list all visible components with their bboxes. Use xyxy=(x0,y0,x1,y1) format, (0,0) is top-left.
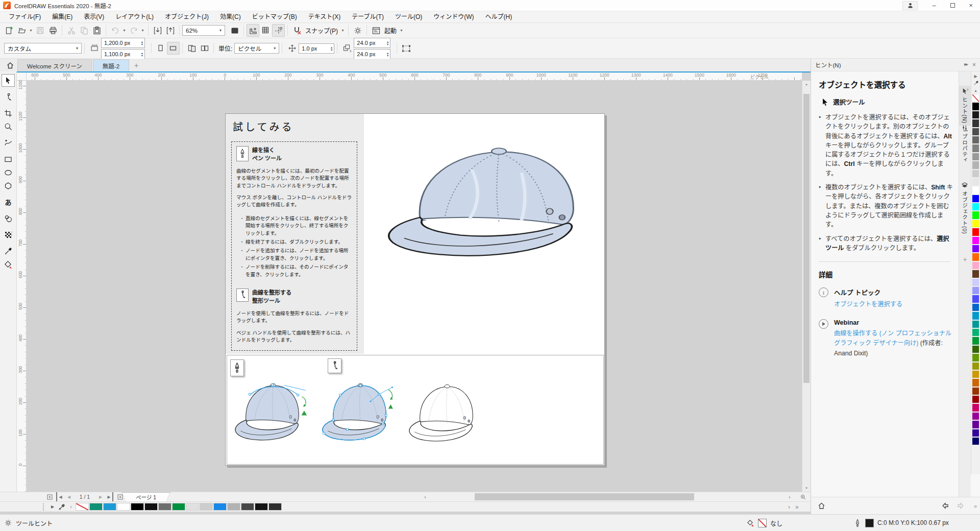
shape-tool[interactable] xyxy=(2,90,15,103)
document-palette-swatch[interactable] xyxy=(131,503,144,511)
palette-swatch[interactable] xyxy=(972,153,979,161)
palette-swatch[interactable] xyxy=(972,370,979,378)
previous-page-button[interactable]: ◀ xyxy=(65,492,72,501)
account-button[interactable] xyxy=(902,1,918,10)
menu-item-7[interactable]: テキスト(X) xyxy=(303,11,347,22)
palette-swatch[interactable] xyxy=(972,102,979,110)
freehand-tool[interactable] xyxy=(2,136,15,149)
crop-tool[interactable] xyxy=(2,107,15,119)
transparency-tool[interactable] xyxy=(2,228,15,241)
docker-close-icon[interactable]: × xyxy=(972,61,976,68)
launch-icon[interactable] xyxy=(370,24,382,37)
all-pages-settings-button[interactable] xyxy=(198,42,211,55)
nudge-field[interactable]: 1.0 px ▴▾ xyxy=(299,43,334,54)
palette-swatch[interactable] xyxy=(972,378,979,387)
fill-tool[interactable] xyxy=(2,258,15,271)
zoom-level-combo[interactable]: 62% ▾ xyxy=(182,25,225,36)
duplicate-x-field[interactable]: 24.0 px ▴▾ xyxy=(354,38,390,48)
print-button[interactable] xyxy=(46,24,59,37)
palette-swatch[interactable] xyxy=(972,253,979,261)
snap-off-button[interactable] xyxy=(290,24,303,37)
docker-tab-2[interactable]: オブジェクト(0) xyxy=(959,180,971,236)
redo-button[interactable] xyxy=(127,24,140,37)
scroll-right-icon[interactable]: › xyxy=(786,492,793,501)
tab-welcome-screen[interactable]: Welcome スクリーン xyxy=(17,59,92,71)
palette-swatch[interactable] xyxy=(972,186,979,194)
add-page-start-button[interactable] xyxy=(45,492,54,501)
menu-item-4[interactable]: オブジェクト(J) xyxy=(159,11,214,22)
menu-item-2[interactable]: 表示(V) xyxy=(78,11,110,22)
page-height-field[interactable]: 1,100.0 px ▴▾ xyxy=(101,49,145,59)
open-dropdown[interactable]: ▾ xyxy=(28,28,34,33)
docker-tab-1[interactable]: プロパティ xyxy=(959,123,971,165)
zoom-dropdown-icon[interactable]: ▾ xyxy=(216,28,225,33)
palette-swatch[interactable] xyxy=(972,387,979,395)
menu-item-1[interactable]: 編集(E) xyxy=(46,11,78,22)
palette-scroll-right-icon[interactable]: › xyxy=(788,503,790,511)
palette-swatch[interactable] xyxy=(972,161,979,169)
document-palette-swatch[interactable] xyxy=(241,503,254,511)
document-palette-swatch[interactable] xyxy=(213,503,227,511)
navigator-button[interactable] xyxy=(797,492,808,501)
menu-item-5[interactable]: 効果(C) xyxy=(214,11,247,22)
palette-swatch[interactable] xyxy=(972,295,979,303)
document-palette-swatch[interactable] xyxy=(76,503,89,511)
palette-swatch[interactable] xyxy=(972,119,979,127)
document-palette-swatch[interactable] xyxy=(200,503,213,511)
palette-swatch[interactable] xyxy=(972,362,979,370)
drawing-canvas[interactable]: 試してみる 線を描く ペン ツール 曲線のセグメントを描くには、最初のノードを配… xyxy=(27,81,802,492)
palette-swatch[interactable] xyxy=(972,203,979,211)
palette-drag-handle[interactable] xyxy=(43,503,45,511)
palette-swatch[interactable] xyxy=(972,128,979,136)
first-page-button[interactable]: ◀ xyxy=(56,492,63,501)
docker-collapse-icon[interactable]: ▸▸ xyxy=(964,61,967,68)
zoom-tool[interactable] xyxy=(2,120,15,133)
palette-swatch[interactable] xyxy=(972,437,979,445)
palette-swatch[interactable] xyxy=(972,429,979,437)
help-topic-link[interactable]: オブジェクトを選択する xyxy=(834,301,902,308)
drop-shadow-tool[interactable] xyxy=(2,212,15,225)
palette-eyedropper-icon[interactable] xyxy=(973,80,978,87)
palette-swatch[interactable] xyxy=(972,94,979,102)
scroll-up-icon[interactable]: ▴ xyxy=(802,81,811,88)
palette-swatch[interactable] xyxy=(972,353,979,361)
duplicate-y-field[interactable]: 24.0 px ▴▾ xyxy=(354,49,390,59)
page-preset-combo[interactable]: カスタム ▾ xyxy=(4,43,82,54)
document-palette-swatch[interactable] xyxy=(186,503,199,511)
palette-swatch[interactable] xyxy=(972,111,979,119)
launch-dropdown-icon[interactable]: ▾ xyxy=(399,28,404,33)
scroll-left-icon[interactable]: ‹ xyxy=(422,492,429,501)
cut-button[interactable] xyxy=(65,24,78,37)
redo-dropdown[interactable]: ▾ xyxy=(140,28,145,33)
fill-color-swatch[interactable] xyxy=(758,519,767,527)
preset-dropdown-icon[interactable]: ▾ xyxy=(73,46,81,51)
palette-swatch[interactable] xyxy=(972,420,979,428)
palette-swatch[interactable] xyxy=(972,170,979,178)
palette-swatch[interactable] xyxy=(972,278,979,286)
launch-menu-button[interactable]: 起動 xyxy=(382,26,399,35)
current-page-settings-button[interactable] xyxy=(185,42,198,55)
palette-scroll-left-icon[interactable]: ‹ xyxy=(66,504,76,510)
fullscreen-preview-button[interactable] xyxy=(228,24,241,37)
page-width-field[interactable]: 1,200.0 px ▴▾ xyxy=(101,38,145,48)
menu-item-3[interactable]: レイアウト(L) xyxy=(110,11,159,22)
document-palette-swatch[interactable] xyxy=(103,503,116,511)
last-page-button[interactable]: ▶ xyxy=(106,492,113,501)
palette-flyout-icon[interactable]: ▶ xyxy=(974,73,977,80)
undo-dropdown[interactable]: ▾ xyxy=(121,28,127,33)
document-palette-swatch[interactable] xyxy=(227,503,240,511)
palette-swatch[interactable] xyxy=(972,286,979,295)
document-palette-swatch[interactable] xyxy=(158,503,172,511)
eyedropper-tool[interactable] xyxy=(2,245,15,257)
ellipse-tool[interactable] xyxy=(2,166,15,179)
palette-swatch[interactable] xyxy=(972,311,979,320)
menu-item-6[interactable]: ビットマップ(B) xyxy=(247,11,303,22)
palette-swatch[interactable] xyxy=(972,220,979,228)
options-gear-button[interactable] xyxy=(351,24,364,37)
hint-forward-icon[interactable] xyxy=(957,501,965,510)
palette-swatch[interactable] xyxy=(972,336,979,345)
palette-swatch[interactable] xyxy=(972,320,979,328)
document-palette-swatch[interactable] xyxy=(144,503,158,511)
units-combo[interactable]: ピクセル ▾ xyxy=(234,43,279,54)
menu-item-10[interactable]: ウィンドウ(W) xyxy=(428,11,479,22)
